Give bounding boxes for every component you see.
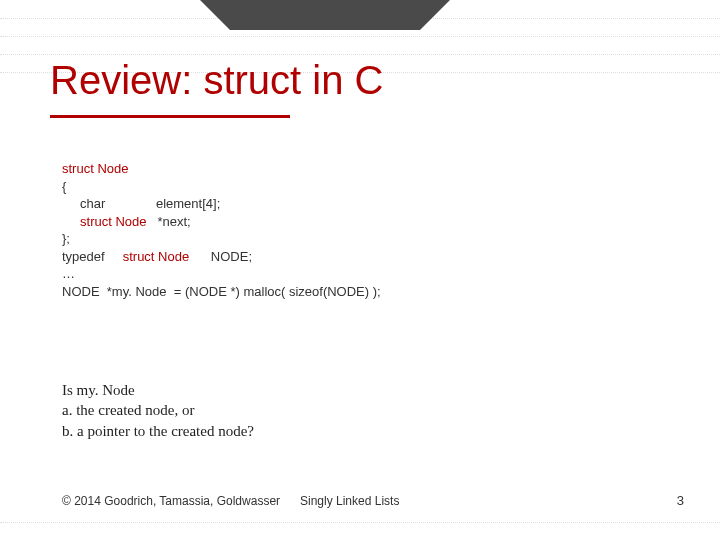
code-keyword: struct Node: [123, 249, 189, 264]
slide-title: Review: struct in C: [50, 58, 383, 103]
question-line: b. a pointer to the created node?: [62, 421, 254, 441]
tab-bar: [0, 0, 720, 30]
guide-line: [0, 522, 720, 523]
code-line: element[4];: [105, 196, 220, 211]
code-block: struct Node { char element[4]; struct No…: [62, 160, 381, 300]
question-block: Is my. Node a. the created node, or b. a…: [62, 380, 254, 441]
active-tab-shape: [230, 0, 420, 30]
guide-line: [0, 36, 720, 37]
question-line: a. the created node, or: [62, 400, 254, 420]
code-line: typedef: [62, 249, 123, 264]
guide-line: [0, 54, 720, 55]
code-line: char: [62, 196, 105, 211]
code-line: NODE;: [189, 249, 252, 264]
question-line: Is my. Node: [62, 380, 254, 400]
code-line: {: [62, 179, 66, 194]
footer-copyright: © 2014 Goodrich, Tamassia, Goldwasser: [62, 494, 280, 508]
code-line: };: [62, 231, 70, 246]
code-line: …: [62, 266, 75, 281]
title-underline: [50, 115, 290, 118]
code-line: NODE *my. Node = (NODE *) malloc( sizeof…: [62, 284, 381, 299]
page-number: 3: [677, 493, 684, 508]
code-keyword: struct Node: [62, 214, 147, 229]
code-line: *next;: [147, 214, 191, 229]
code-keyword: struct Node: [62, 161, 128, 176]
footer-topic: Singly Linked Lists: [300, 494, 399, 508]
